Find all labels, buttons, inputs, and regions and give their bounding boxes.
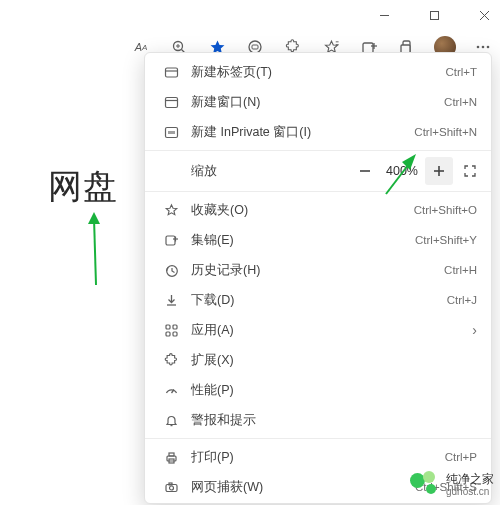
separator (145, 438, 491, 439)
shortcut: Ctrl+T (445, 66, 477, 78)
svg-point-17 (477, 46, 480, 49)
menu-label: 网页捕获(W) (183, 479, 415, 496)
shortcut: Ctrl+N (444, 96, 477, 108)
svg-rect-29 (166, 236, 175, 245)
svg-rect-20 (165, 68, 177, 77)
menu-history[interactable]: 历史记录(H) Ctrl+H (145, 255, 491, 285)
page-heading: 网盘 (48, 167, 118, 205)
browser-window: AA 网盘 新建标签页(T) (0, 0, 500, 505)
camera-icon (159, 480, 183, 495)
menu-favorites[interactable]: 收藏夹(O) Ctrl+Shift+O (145, 195, 491, 225)
zoom-value: 400% (379, 164, 425, 178)
menu-label: 历史记录(H) (183, 262, 444, 279)
maximize-button[interactable] (420, 1, 448, 29)
menu-alerts[interactable]: 警报和提示 (145, 405, 491, 435)
separator (145, 191, 491, 192)
shortcut: Ctrl+H (444, 264, 477, 276)
menu-extensions[interactable]: 扩展(X) (145, 345, 491, 375)
minimize-button[interactable] (370, 1, 398, 29)
apps-icon (159, 323, 183, 338)
download-icon (159, 293, 183, 308)
window-icon (159, 95, 183, 110)
collections-icon (159, 233, 183, 248)
star-icon (159, 203, 183, 218)
titlebar (0, 0, 500, 30)
menu-label: 新建标签页(T) (183, 64, 445, 81)
tab-icon (159, 65, 183, 80)
menu-label: 新建窗口(N) (183, 94, 444, 111)
menu-new-window[interactable]: 新建窗口(N) Ctrl+N (145, 87, 491, 117)
watermark-name: 纯净之家 (446, 473, 494, 486)
zoom-label: 缩放 (159, 163, 351, 180)
menu-label: 打印(P) (183, 449, 445, 466)
svg-rect-35 (166, 325, 170, 329)
fullscreen-button[interactable] (457, 158, 483, 184)
svg-rect-37 (166, 332, 170, 336)
menu-new-tab[interactable]: 新建标签页(T) Ctrl+T (145, 57, 491, 87)
menu-label: 扩展(X) (183, 352, 477, 369)
inprivate-icon (159, 125, 183, 140)
svg-rect-38 (173, 332, 177, 336)
svg-rect-25 (168, 131, 175, 134)
menu-new-inprivate[interactable]: 新建 InPrivate 窗口(I) Ctrl+Shift+N (145, 117, 491, 147)
menu-apps[interactable]: 应用(A) › (145, 315, 491, 345)
page-content: 网盘 (0, 64, 150, 504)
history-icon (159, 263, 183, 278)
menu-label: 警报和提示 (183, 412, 477, 429)
puzzle-icon (159, 353, 183, 368)
menu-label: 性能(P) (183, 382, 477, 399)
menu-zoom-row: 缩放 400% (145, 154, 491, 188)
svg-rect-36 (173, 325, 177, 329)
svg-rect-9 (252, 45, 258, 49)
bell-icon (159, 413, 183, 428)
gauge-icon (159, 383, 183, 398)
menu-collections[interactable]: 集锦(E) Ctrl+Shift+Y (145, 225, 491, 255)
watermark-logo-icon (410, 471, 440, 499)
menu-performance[interactable]: 性能(P) (145, 375, 491, 405)
menu-label: 新建 InPrivate 窗口(I) (183, 124, 414, 141)
separator (145, 150, 491, 151)
svg-rect-42 (169, 453, 174, 456)
shortcut: Ctrl+Shift+N (414, 126, 477, 138)
zoom-in-button[interactable] (425, 157, 453, 185)
shortcut: Ctrl+J (447, 294, 477, 306)
close-button[interactable] (470, 1, 498, 29)
shortcut: Ctrl+P (445, 451, 477, 463)
printer-icon (159, 450, 183, 465)
svg-point-45 (169, 486, 173, 490)
menu-print[interactable]: 打印(P) Ctrl+P (145, 442, 491, 472)
watermark: 纯净之家 gdhost.cn (410, 471, 494, 499)
svg-point-19 (487, 46, 490, 49)
more-menu: 新建标签页(T) Ctrl+T 新建窗口(N) Ctrl+N 新建 InPriv… (144, 52, 492, 504)
chevron-right-icon: › (470, 322, 477, 338)
menu-label: 下载(D) (183, 292, 447, 309)
svg-rect-22 (165, 97, 177, 107)
shortcut: Ctrl+Shift+Y (415, 234, 477, 246)
svg-rect-1 (430, 11, 438, 19)
zoom-out-button[interactable] (351, 157, 379, 185)
menu-downloads[interactable]: 下载(D) Ctrl+J (145, 285, 491, 315)
svg-point-18 (482, 46, 485, 49)
menu-label: 应用(A) (183, 322, 470, 339)
watermark-url: gdhost.cn (446, 486, 494, 497)
menu-label: 集锦(E) (183, 232, 415, 249)
shortcut: Ctrl+Shift+O (414, 204, 477, 216)
menu-label: 收藏夹(O) (183, 202, 414, 219)
